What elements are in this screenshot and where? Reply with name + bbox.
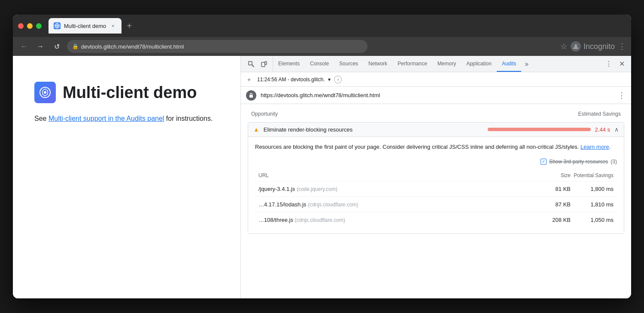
devtools-panel: Elements Console Sources Network Perform… (240, 56, 631, 298)
tab-console[interactable]: Console (305, 56, 334, 72)
incognito-label: Incognito (583, 42, 615, 51)
device-toolbar-icon[interactable] (258, 58, 270, 70)
page-logo-title: Multi-client demo (34, 82, 219, 103)
svg-line-7 (252, 65, 254, 67)
title-bar: Multi-client demo × + (13, 15, 631, 37)
devtools-page-url: https://devtools.glitch.me/wndt78/multic… (261, 92, 614, 98)
incognito-icon (571, 41, 581, 52)
show-third-party-label: Show 3rd-party resources (549, 159, 608, 165)
url-text: devtools.glitch.me/wndt78/multiclient.ht… (81, 43, 184, 50)
url-column-header: URL (258, 172, 536, 178)
tab-close-button[interactable]: × (109, 22, 116, 29)
show-third-party-count: (3) (611, 159, 617, 165)
devtools-more-button[interactable]: ⋮ (603, 58, 615, 70)
opportunity-description: Resources are blocking the first paint o… (255, 143, 617, 152)
opportunity-item: ▲ Eliminate render-blocking resources 2.… (248, 122, 624, 234)
chevron-up-icon: ∧ (614, 126, 619, 133)
browser-window: Multi-client demo × + ← → ↺ 🔒 devtools.g… (13, 15, 631, 298)
size-column-header: Size (536, 172, 571, 178)
potential-savings-column-header: Potential Savings (571, 172, 614, 178)
warning-icon: ▲ (253, 126, 259, 133)
back-button[interactable]: ← (18, 40, 30, 52)
inspect-element-icon[interactable] (245, 58, 257, 70)
resource-size: 87 KB (536, 201, 571, 208)
tab-elements[interactable]: Elements (273, 56, 305, 72)
more-options-icon[interactable]: ⋮ (618, 42, 626, 51)
resource-url: …4.17.15/lodash.js (cdnjs.cloudflare.com… (258, 201, 536, 208)
page-description: See Multi-client support in the Audits p… (34, 114, 219, 124)
resource-size: 81 KB (536, 186, 571, 192)
address-bar[interactable]: 🔒 devtools.glitch.me/wndt78/multiclient.… (67, 40, 368, 53)
show-third-party: ✓ Show 3rd-party resources (3) (255, 159, 617, 165)
tab-favicon (54, 22, 61, 29)
tab-audits[interactable]: Audits (497, 56, 521, 72)
svg-rect-10 (249, 95, 253, 98)
devtools-tabs-list: Elements Console Sources Network Perform… (273, 56, 601, 72)
refresh-button[interactable]: ↺ (51, 40, 63, 52)
desc-prefix: See (34, 115, 49, 122)
resource-savings: 1,050 ms (571, 217, 614, 223)
dropdown-caret-icon: ▾ (328, 77, 331, 83)
opportunity-row[interactable]: ▲ Eliminate render-blocking resources 2.… (248, 123, 624, 137)
incognito-button[interactable]: Incognito (571, 41, 615, 52)
opportunity-label: Opportunity (251, 111, 278, 117)
resource-savings: 1,810 ms (571, 201, 614, 208)
resource-size: 208 KB (536, 217, 571, 223)
lock-icon: 🔒 (72, 43, 79, 49)
savings-value: 2.44 s (595, 126, 610, 133)
svg-point-5 (44, 91, 46, 94)
timestamp: 11:24:56 AM - devtools.glitch. (257, 77, 325, 83)
audits-panel-link[interactable]: Multi-client support in the Audits panel (49, 115, 164, 122)
tab-sources[interactable]: Sources (334, 56, 363, 72)
resource-url: /jquery-3.4.1.js (code.jquery.com) (258, 186, 536, 192)
add-button[interactable]: + (244, 75, 254, 84)
devtools-toolbar: + 11:24:56 AM - devtools.glitch. ▾ × (241, 72, 631, 87)
learn-more-link[interactable]: Learn more (580, 144, 609, 150)
opportunity-title: Eliminate render-blocking resources (264, 126, 483, 133)
svg-rect-9 (265, 61, 267, 64)
opportunity-details: Resources are blocking the first paint o… (248, 137, 624, 233)
svg-rect-8 (261, 62, 265, 67)
tab-title: Multi-client demo (64, 23, 106, 29)
maximize-button[interactable] (36, 23, 42, 29)
devtools-actions: ⋮ ✕ (601, 58, 629, 70)
star-icon[interactable]: ☆ (560, 42, 567, 51)
resource-row: …4.17.15/lodash.js (cdnjs.cloudflare.com… (255, 196, 617, 212)
savings-bar-container: 2.44 s (488, 126, 610, 133)
estimated-savings-label: Estimated Savings (578, 111, 621, 117)
url-dropdown[interactable]: ▾ (328, 77, 331, 83)
new-tab-button[interactable]: + (123, 20, 135, 32)
forward-button[interactable]: → (34, 40, 46, 52)
devtools-url-row: https://devtools.glitch.me/wndt78/multic… (241, 87, 631, 104)
savings-bar (488, 128, 591, 131)
opportunity-header: Opportunity Estimated Savings (248, 109, 624, 119)
devtools-tabs: Elements Console Sources Network Perform… (241, 56, 631, 72)
resources-table-header: URL Size Potential Savings (255, 170, 617, 181)
audits-content: Opportunity Estimated Savings ▲ Eliminat… (241, 104, 631, 298)
close-button[interactable] (18, 23, 24, 29)
page-security-icon (246, 90, 256, 101)
resource-url: …108/three.js (cdnjs.cloudflare.com) (258, 217, 536, 223)
traffic-lights (18, 23, 42, 29)
devtools-close-button[interactable]: ✕ (616, 58, 628, 70)
resource-row: /jquery-3.4.1.js (code.jquery.com) 81 KB… (255, 181, 617, 196)
page-title: Multi-client demo (63, 83, 197, 102)
tab-application[interactable]: Application (461, 56, 497, 72)
desc-suffix: for instructions. (164, 115, 213, 122)
tab-network[interactable]: Network (363, 56, 392, 72)
cancel-run-button[interactable]: × (334, 76, 342, 83)
more-tabs-button[interactable]: » (521, 56, 532, 72)
tab-bar: Multi-client demo × + (49, 18, 626, 34)
browser-tab[interactable]: Multi-client demo × (49, 18, 122, 34)
svg-rect-6 (249, 61, 252, 65)
minimize-button[interactable] (27, 23, 33, 29)
page-more-button[interactable]: ⋮ (618, 91, 626, 100)
glitch-logo (34, 82, 56, 103)
tab-memory[interactable]: Memory (432, 56, 461, 72)
show-third-party-checkbox[interactable]: ✓ (541, 159, 547, 165)
address-bar-row: ← → ↺ 🔒 devtools.glitch.me/wndt78/multic… (13, 37, 631, 56)
tab-performance[interactable]: Performance (392, 56, 432, 72)
resources-table: URL Size Potential Savings /jquery-3.4.1… (255, 170, 617, 227)
browser-actions: ☆ Incognito ⋮ (560, 41, 626, 52)
resource-row: …108/three.js (cdnjs.cloudflare.com) 208… (255, 212, 617, 227)
